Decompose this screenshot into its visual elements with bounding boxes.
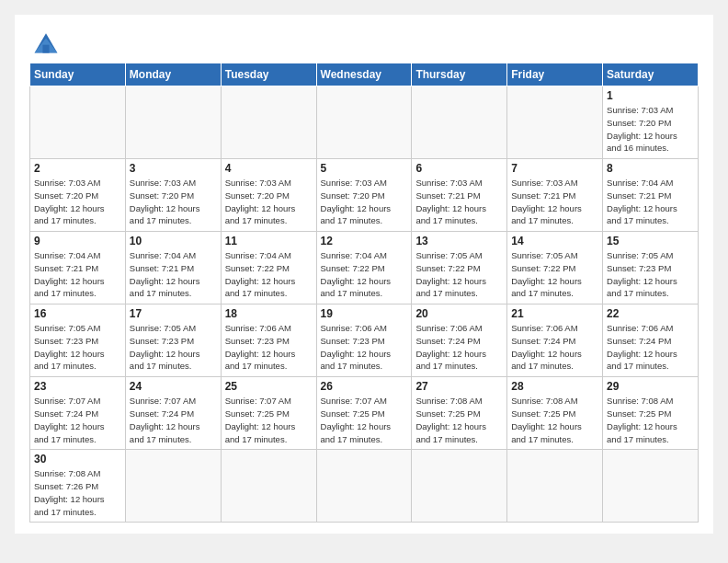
calendar-cell: 1Sunrise: 7:03 AM Sunset: 7:20 PM Daylig… [603,86,699,159]
calendar-cell [507,86,603,159]
day-sun-info: Sunrise: 7:08 AM Sunset: 7:26 PM Dayligh… [34,467,121,518]
calendar-week-row: 2Sunrise: 7:03 AM Sunset: 7:20 PM Daylig… [30,159,699,232]
col-saturday: Saturday [603,63,699,86]
day-sun-info: Sunrise: 7:04 AM Sunset: 7:22 PM Dayligh… [321,249,408,300]
day-sun-info: Sunrise: 7:03 AM Sunset: 7:20 PM Dayligh… [225,177,313,227]
calendar-cell [30,86,126,159]
calendar-cell [316,450,412,523]
calendar-cell: 26Sunrise: 7:07 AM Sunset: 7:25 PM Dayli… [316,377,412,450]
day-sun-info: Sunrise: 7:03 AM Sunset: 7:21 PM Dayligh… [415,177,503,227]
calendar-page: Sunday Monday Tuesday Wednesday Thursday… [15,15,713,534]
calendar-table: Sunday Monday Tuesday Wednesday Thursday… [29,63,699,523]
day-sun-info: Sunrise: 7:08 AM Sunset: 7:25 PM Dayligh… [415,395,503,445]
day-number: 4 [225,162,313,175]
header [29,29,699,55]
calendar-cell: 8Sunrise: 7:04 AM Sunset: 7:21 PM Daylig… [603,159,699,232]
day-sun-info: Sunrise: 7:03 AM Sunset: 7:20 PM Dayligh… [321,177,408,227]
calendar-cell: 7Sunrise: 7:03 AM Sunset: 7:21 PM Daylig… [507,159,603,232]
calendar-cell [125,450,221,523]
day-number: 11 [225,235,313,247]
col-wednesday: Wednesday [316,63,412,86]
calendar-cell: 23Sunrise: 7:07 AM Sunset: 7:24 PM Dayli… [30,377,126,450]
day-number: 21 [511,307,598,320]
day-number: 22 [607,307,694,320]
calendar-cell: 11Sunrise: 7:04 AM Sunset: 7:22 PM Dayli… [221,232,316,304]
calendar-cell: 29Sunrise: 7:08 AM Sunset: 7:25 PM Dayli… [603,377,699,450]
day-sun-info: Sunrise: 7:06 AM Sunset: 7:24 PM Dayligh… [511,322,598,373]
day-sun-info: Sunrise: 7:08 AM Sunset: 7:25 PM Dayligh… [607,395,694,445]
calendar-cell [125,86,221,159]
logo-icon [31,29,61,55]
day-number: 17 [130,307,217,320]
day-sun-info: Sunrise: 7:03 AM Sunset: 7:20 PM Dayligh… [607,104,694,155]
day-sun-info: Sunrise: 7:06 AM Sunset: 7:23 PM Dayligh… [225,322,313,373]
day-number: 28 [511,380,598,393]
col-thursday: Thursday [412,63,507,86]
day-number: 15 [607,235,694,247]
day-sun-info: Sunrise: 7:07 AM Sunset: 7:25 PM Dayligh… [225,395,313,445]
calendar-cell: 27Sunrise: 7:08 AM Sunset: 7:25 PM Dayli… [412,377,507,450]
logo [29,29,61,55]
calendar-week-row: 1Sunrise: 7:03 AM Sunset: 7:20 PM Daylig… [30,86,699,159]
day-number: 14 [511,235,598,247]
day-sun-info: Sunrise: 7:03 AM Sunset: 7:21 PM Dayligh… [511,177,598,227]
day-number: 1 [607,89,694,102]
col-monday: Monday [125,63,221,86]
day-sun-info: Sunrise: 7:05 AM Sunset: 7:22 PM Dayligh… [511,249,598,300]
day-sun-info: Sunrise: 7:04 AM Sunset: 7:21 PM Dayligh… [34,249,121,300]
calendar-cell: 4Sunrise: 7:03 AM Sunset: 7:20 PM Daylig… [221,159,316,232]
calendar-cell: 2Sunrise: 7:03 AM Sunset: 7:20 PM Daylig… [30,159,126,232]
day-sun-info: Sunrise: 7:04 AM Sunset: 7:22 PM Dayligh… [225,249,313,300]
calendar-cell [507,450,603,523]
calendar-cell [412,450,507,523]
day-number: 13 [415,235,503,247]
calendar-cell: 10Sunrise: 7:04 AM Sunset: 7:21 PM Dayli… [125,232,221,304]
day-sun-info: Sunrise: 7:03 AM Sunset: 7:20 PM Dayligh… [34,177,121,227]
calendar-cell: 9Sunrise: 7:04 AM Sunset: 7:21 PM Daylig… [30,232,126,304]
day-number: 5 [321,162,408,175]
calendar-cell: 19Sunrise: 7:06 AM Sunset: 7:23 PM Dayli… [316,304,412,377]
day-number: 24 [130,380,217,393]
calendar-week-row: 16Sunrise: 7:05 AM Sunset: 7:23 PM Dayli… [30,304,699,377]
calendar-cell: 12Sunrise: 7:04 AM Sunset: 7:22 PM Dayli… [316,232,412,304]
calendar-cell [221,450,316,523]
calendar-cell: 28Sunrise: 7:08 AM Sunset: 7:25 PM Dayli… [507,377,603,450]
day-sun-info: Sunrise: 7:06 AM Sunset: 7:24 PM Dayligh… [415,322,503,373]
calendar-cell [412,86,507,159]
calendar-cell: 13Sunrise: 7:05 AM Sunset: 7:22 PM Dayli… [412,232,507,304]
calendar-cell: 18Sunrise: 7:06 AM Sunset: 7:23 PM Dayli… [221,304,316,377]
calendar-cell: 24Sunrise: 7:07 AM Sunset: 7:24 PM Dayli… [125,377,221,450]
day-sun-info: Sunrise: 7:05 AM Sunset: 7:23 PM Dayligh… [130,322,217,373]
day-sun-info: Sunrise: 7:04 AM Sunset: 7:21 PM Dayligh… [130,249,217,300]
day-number: 25 [225,380,313,393]
day-number: 27 [415,380,503,393]
day-sun-info: Sunrise: 7:04 AM Sunset: 7:21 PM Dayligh… [607,177,694,227]
day-sun-info: Sunrise: 7:08 AM Sunset: 7:25 PM Dayligh… [511,395,598,445]
day-number: 30 [34,453,121,465]
day-sun-info: Sunrise: 7:07 AM Sunset: 7:24 PM Dayligh… [34,395,121,445]
calendar-header-row: Sunday Monday Tuesday Wednesday Thursday… [30,63,699,86]
calendar-cell: 22Sunrise: 7:06 AM Sunset: 7:24 PM Dayli… [603,304,699,377]
day-number: 6 [415,162,503,175]
col-tuesday: Tuesday [221,63,316,86]
calendar-cell: 6Sunrise: 7:03 AM Sunset: 7:21 PM Daylig… [412,159,507,232]
calendar-cell [221,86,316,159]
col-sunday: Sunday [30,63,126,86]
day-number: 23 [34,380,121,393]
day-number: 29 [607,380,694,393]
day-number: 18 [225,307,313,320]
calendar-cell [316,86,412,159]
day-number: 8 [607,162,694,175]
day-sun-info: Sunrise: 7:06 AM Sunset: 7:24 PM Dayligh… [607,322,694,373]
day-sun-info: Sunrise: 7:05 AM Sunset: 7:23 PM Dayligh… [34,322,121,373]
day-sun-info: Sunrise: 7:07 AM Sunset: 7:25 PM Dayligh… [321,395,408,445]
day-number: 2 [34,162,121,175]
calendar-week-row: 30Sunrise: 7:08 AM Sunset: 7:26 PM Dayli… [30,450,699,523]
day-sun-info: Sunrise: 7:05 AM Sunset: 7:22 PM Dayligh… [415,249,503,300]
day-number: 10 [130,235,217,247]
calendar-cell: 16Sunrise: 7:05 AM Sunset: 7:23 PM Dayli… [30,304,126,377]
col-friday: Friday [507,63,603,86]
calendar-cell: 17Sunrise: 7:05 AM Sunset: 7:23 PM Dayli… [125,304,221,377]
day-number: 16 [34,307,121,320]
calendar-cell: 30Sunrise: 7:08 AM Sunset: 7:26 PM Dayli… [30,450,126,523]
